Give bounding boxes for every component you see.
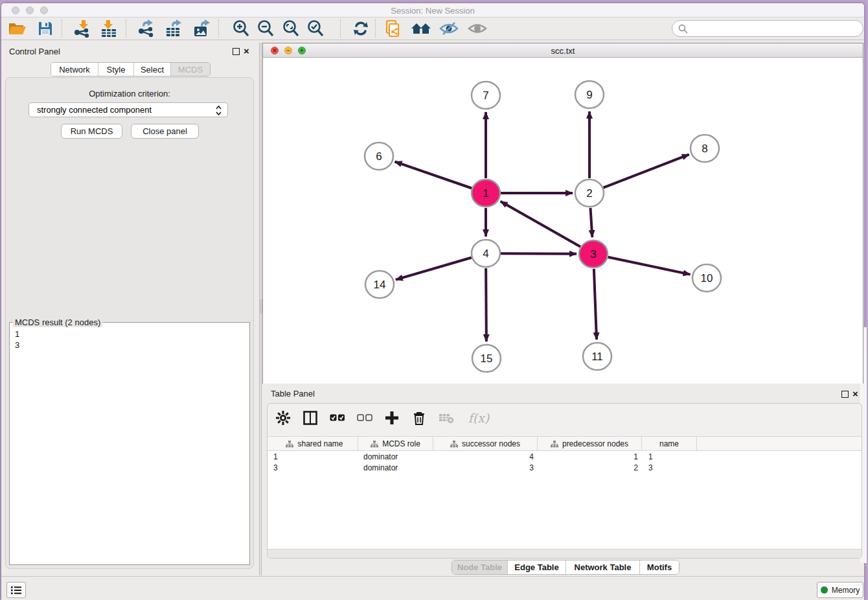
cell-name: 3 — [648, 463, 653, 472]
cell-predecessor-nodes: 2 — [538, 463, 638, 472]
sort-hierarchy-icon — [551, 441, 558, 448]
delete-button[interactable] — [410, 409, 428, 427]
tab-node-table[interactable]: Node Table — [452, 560, 508, 574]
column-header-name[interactable]: name — [642, 437, 697, 451]
control-panel-tabs: Network Style Select MCDS — [51, 62, 211, 76]
tab-mcds[interactable]: MCDS — [171, 63, 210, 76]
search-icon — [678, 24, 688, 34]
table-panel-title: Table Panel — [271, 389, 315, 398]
graph-edge-2-3[interactable] — [590, 208, 592, 237]
task-history-button[interactable] — [6, 582, 26, 598]
deselect-all-button[interactable] — [356, 409, 374, 427]
chevron-up-down-icon — [215, 104, 222, 119]
search-field[interactable] — [672, 20, 863, 37]
toolbar-separator — [340, 19, 341, 38]
graph-edge-4-3[interactable] — [501, 253, 577, 254]
table-panel-close-button[interactable]: × — [852, 390, 858, 397]
toolbar-separator — [218, 19, 219, 38]
zoom-in-icon — [232, 19, 250, 38]
column-header-successor-nodes[interactable]: successor nodes — [433, 437, 538, 451]
add-button[interactable] — [383, 409, 401, 427]
graph-node-label: 7 — [483, 89, 488, 102]
tab-style[interactable]: Style — [98, 63, 134, 76]
graph-node-label: 2 — [586, 187, 592, 200]
export-table-button[interactable] — [164, 19, 185, 38]
select-all-button[interactable] — [328, 409, 347, 427]
import-network-button[interactable] — [72, 19, 93, 38]
panel-splitter[interactable] — [259, 43, 262, 575]
graph-node-label: 3 — [590, 248, 596, 260]
tab-network-table[interactable]: Network Table — [566, 560, 640, 574]
copy-network-button[interactable] — [383, 19, 404, 38]
table-toolbar: f(x) — [268, 404, 862, 432]
table-row[interactable]: 1 dominator 4 1 1 — [268, 452, 862, 463]
control-panel-close-button[interactable]: × — [244, 47, 249, 54]
run-mcds-button[interactable]: Run MCDS — [61, 124, 122, 139]
control-panel-float-button[interactable] — [233, 48, 240, 55]
mcds-result-list[interactable]: 1 3 — [10, 327, 241, 563]
first-neighbors-button[interactable] — [350, 19, 371, 38]
column-view-button[interactable] — [301, 409, 319, 427]
toolbar-separator — [126, 19, 126, 38]
task-list-icon — [11, 586, 21, 595]
sort-hierarchy-icon — [371, 441, 378, 448]
export-image-button[interactable] — [192, 19, 212, 38]
save-session-button[interactable] — [35, 19, 56, 38]
memory-button-label: Memory — [832, 586, 860, 595]
function-builder-button[interactable]: f(x) — [464, 409, 493, 427]
search-input[interactable] — [688, 24, 850, 34]
graph-edge-3-11[interactable] — [594, 269, 597, 340]
optimization-criterion-label: Optimization criterion: — [0, 89, 259, 98]
tab-edge-table[interactable]: Edge Table — [508, 560, 566, 574]
criterion-dropdown[interactable]: strongly connected component — [29, 102, 228, 117]
zoom-fit-button[interactable] — [280, 19, 301, 38]
graph-edge-2-8[interactable] — [603, 154, 689, 187]
open-session-button[interactable] — [7, 19, 28, 38]
delete-table-button[interactable] — [437, 409, 455, 427]
toolbar-separator — [375, 19, 376, 38]
graph-edge-4-14[interactable] — [396, 257, 472, 279]
column-header-mcds-role[interactable]: MCDS role — [358, 437, 433, 451]
network-window-title: scc.txt — [263, 46, 863, 56]
show-details-button[interactable] — [467, 19, 488, 38]
graph-node-label: 10 — [701, 272, 713, 284]
table-panel-body: f(x) shared name MCDS role successor nod… — [267, 403, 862, 559]
close-panel-button[interactable]: Close panel — [131, 124, 199, 139]
network-graph[interactable]: 7968124314101511 — [263, 58, 863, 384]
window-titlebar[interactable]: Session: New Session — [1, 3, 864, 17]
export-table-icon — [165, 19, 183, 38]
tab-network[interactable]: Network — [51, 63, 98, 76]
column-header-predecessor-nodes[interactable]: predecessor nodes — [538, 437, 642, 451]
add-icon — [385, 411, 398, 424]
import-table-button[interactable] — [98, 19, 119, 38]
network-window-titlebar[interactable]: ✕ − + scc.txt — [263, 43, 863, 58]
tab-motifs[interactable]: Motifs — [640, 560, 679, 574]
table-horizontal-scrollbar[interactable] — [268, 549, 862, 558]
mcds-result-line: 1 — [15, 329, 241, 340]
cell-successor-nodes: 4 — [433, 452, 534, 461]
graph-edge-3-1[interactable] — [501, 202, 580, 247]
layout-button[interactable] — [411, 19, 431, 38]
tab-select[interactable]: Select — [134, 63, 171, 76]
zoom-out-button[interactable] — [255, 19, 276, 38]
graph-node-label: 4 — [483, 248, 488, 260]
zoom-out-icon — [257, 19, 275, 38]
graph-edge-4-15[interactable] — [486, 268, 486, 341]
cell-shared-name: 3 — [273, 463, 278, 472]
table-row[interactable]: 3 dominator 3 2 3 — [268, 463, 862, 474]
network-window[interactable]: ✕ − + scc.txt 7968124314101511 — [262, 43, 863, 384]
column-header-shared-name[interactable]: shared name — [271, 437, 358, 451]
graph-node-label: 8 — [702, 143, 707, 155]
zoom-in-button[interactable] — [231, 19, 251, 38]
memory-button[interactable]: Memory — [817, 582, 863, 598]
graph-edge-1-6[interactable] — [395, 161, 472, 188]
settings-gear-button[interactable] — [274, 409, 292, 427]
cell-predecessor-nodes: 1 — [538, 452, 638, 461]
export-network-button[interactable] — [136, 19, 157, 38]
graph-node-label: 11 — [591, 351, 603, 363]
graph-edge-3-10[interactable] — [608, 257, 691, 275]
table-panel-float-button[interactable] — [841, 391, 849, 398]
hide-details-button[interactable] — [439, 19, 459, 38]
zoom-selected-button[interactable] — [305, 19, 326, 38]
mcds-result-title: MCDS result (2 nodes) — [13, 317, 102, 327]
